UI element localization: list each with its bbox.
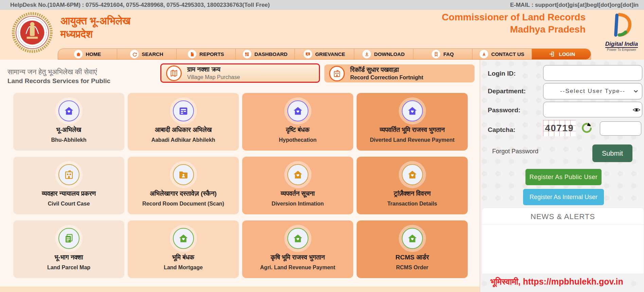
services-heading-hindi: सामान्य जन हेतु भूअभिलेख की सेवाएं (7, 68, 110, 76)
card-title-hindi: भू-अभिलेख (56, 126, 81, 134)
nav-item-grievance[interactable]: GRIEVANCE (295, 49, 354, 59)
chevron-down-icon (633, 89, 639, 94)
map-icon (166, 65, 182, 81)
building-icon (329, 66, 345, 81)
card-title-english: Aabadi Adhikar Abhilekh (151, 137, 215, 143)
grid-icon (243, 50, 251, 58)
site-title-line1: आयुक्त भू-अभिलेख (60, 15, 130, 28)
footer-strip (0, 287, 480, 292)
card-title-hindi: व्यवहार न्यायालय प्रकरण (42, 190, 96, 197)
service-card-hypothecation[interactable]: दृष्टि बंधक Hypothecation (242, 93, 353, 151)
news-ticker-link[interactable]: भूमिस्वामी, https://mpbhulekh.gov.in (490, 277, 623, 287)
nav-item-reports[interactable]: REPORTS (177, 49, 236, 59)
digital-india-text: Digital India (605, 41, 638, 48)
department-label: Department: (488, 87, 526, 95)
department-selected-value: --Select User Type-- (560, 88, 625, 95)
site-title-hindi: आयुक्त भू-अभिलेख मध्यप्रदेश (60, 15, 130, 41)
bank-icon (58, 164, 79, 185)
service-card-land-mortgage[interactable]: भूमि बंधक Land Mortgage (128, 220, 239, 278)
home-icon (402, 100, 423, 121)
register-public-user-button[interactable]: Register As Public User (525, 169, 602, 185)
download-icon (362, 50, 371, 58)
services-section: सामान्य जन हेतु भूअभिलेख की सेवाएं Land … (0, 60, 480, 292)
forgot-password-link[interactable]: Forgot Password (492, 148, 538, 155)
nav-item-contact-us[interactable]: CONTACT US (472, 49, 532, 59)
nav-item-login[interactable]: LOGIN (532, 49, 591, 59)
service-card-land-parcel-map[interactable]: भू-भाग नक्शा Land Parcel Map (13, 220, 124, 278)
service-card-diverted-land-revenue-payment[interactable]: व्यपवर्तित भूमि राजस्व भुगतान Diverted L… (357, 93, 468, 151)
login-id-input[interactable] (543, 65, 642, 81)
home-icon (287, 100, 308, 121)
card-title-hindi: व्यपवर्तित भूमि राजस्व भुगतान (380, 126, 445, 134)
topbar: HelpDesk No.(10AM-6PM) : 0755-4291604, 0… (0, 0, 644, 10)
card-title-english: Land Mortgage (164, 265, 203, 271)
home-icon (173, 228, 194, 249)
service-card-agri-land-revenue-payment[interactable]: कृषि भूमि राजस्व भुगतान Agri. Land Reven… (242, 220, 353, 278)
home-icon (74, 50, 83, 58)
card-title-hindi: RCMS आर्डर (395, 254, 429, 261)
service-card-record-room-document-scan[interactable]: अभिलेखागार दस्तावेज़ (स्कैन) Record Room… (128, 157, 239, 214)
login-id-label: Login ID: (488, 70, 516, 77)
nav-item-faq[interactable]: FAQ (413, 49, 472, 59)
news-alerts-panel: NEWS & ALERTS (482, 208, 644, 274)
card-title-hindi: दृष्टि बंधक (286, 126, 309, 134)
calendar-icon (173, 100, 194, 121)
file-icon (188, 50, 196, 58)
card-title-english: Land Parcel Map (47, 265, 90, 271)
password-label: Password: (488, 106, 520, 114)
nav-label: FAQ (443, 51, 454, 57)
digital-india-tagline: Power To Empower (600, 48, 643, 52)
banner-title-hindi: ग्राम नक्शा क्रय (187, 66, 240, 73)
banner-title-english: Record Correction Fortnight (350, 75, 423, 81)
email-text: E-MAIL : support[dot]gis[at]begl[dot]org… (510, 2, 639, 8)
service-card-rcms-order[interactable]: RCMS आर्डर RCMS Order (357, 220, 468, 278)
service-card-bhu-abhilekh[interactable]: भू-अभिलेख Bhu-Abhilekh (13, 93, 124, 151)
register-internal-user-button[interactable]: Register As Internal User (523, 189, 604, 205)
banner-village-map-purchase[interactable]: ग्राम नक्शा क्रय Village Map Purchase (160, 63, 320, 83)
service-card-civil-court-case[interactable]: व्यवहार न्यायालय प्रकरण Civil Court Case (13, 157, 124, 214)
digital-india-logo: Digital India Power To Empower (600, 11, 643, 52)
card-title-english: Bhu-Abhilekh (51, 137, 87, 143)
captcha-input[interactable] (600, 121, 641, 136)
card-title-english: Civil Court Case (48, 201, 90, 207)
service-card-diversion-intimation[interactable]: व्यपवर्तन सूचना Diversion Intimation (242, 157, 353, 214)
captcha-label: Captcha: (488, 126, 515, 134)
nav-item-dashboard[interactable]: DASHBOARD (236, 49, 295, 59)
banner-record-correction-fortnight[interactable]: रिकॉर्ड सुधार पखवाड़ा Record Correction … (324, 64, 475, 82)
login-arrow-icon (548, 50, 556, 58)
nav-label: GRIEVANCE (315, 51, 345, 57)
nav-label: SEARCH (142, 51, 163, 57)
bookmark-question-icon (432, 50, 440, 58)
mp-government-emblem (12, 12, 53, 53)
services-heading-english: Land Records Services for Public (7, 77, 110, 85)
nav-label: REPORTS (199, 51, 224, 57)
captcha-image: 40719 (543, 120, 576, 136)
password-input[interactable] (543, 102, 642, 117)
helpdesk-text: HelpDesk No.(10AM-6PM) : 0755-4291604, 0… (10, 2, 270, 8)
home-icon (58, 100, 79, 121)
department-select[interactable]: --Select User Type-- (543, 83, 642, 99)
card-title-english: Agri. Land Revenue Payment (260, 265, 335, 271)
login-panel: Login ID: Department: --Select User Type… (480, 60, 644, 292)
nav-label: DOWNLOAD (374, 51, 405, 57)
home-icon (287, 164, 308, 185)
nav-item-search[interactable]: SEARCH (117, 49, 176, 59)
service-card-aabadi-adhikar-abhilekh[interactable]: आबादी अधिकार अभिलेख Aabadi Adhikar Abhil… (128, 93, 239, 151)
banner-title-english: Village Map Purchase (187, 74, 240, 80)
services-grid: भू-अभिलेख Bhu-Abhilekh आबादी अधिकार अभिल… (13, 93, 468, 278)
captcha-refresh-icon[interactable] (581, 122, 593, 134)
nav-label: HOME (86, 51, 101, 57)
folder-user-icon (173, 164, 194, 185)
card-title-hindi: आबादी अधिकार अभिलेख (155, 126, 212, 134)
service-card-transaction-details[interactable]: ट्रांज़ैक्शन विवरण Transaction Details (357, 157, 468, 214)
nav-label: LOGIN (559, 51, 575, 57)
nav-item-download[interactable]: DOWNLOAD (354, 49, 413, 59)
submit-button[interactable]: Submit (592, 144, 632, 162)
card-title-hindi: व्यपवर्तन सूचना (281, 190, 315, 197)
eye-icon[interactable] (632, 106, 641, 114)
card-title-english: RCMS Order (396, 265, 428, 271)
main-navigation: HOME SEARCH REPORTS DASHBOARD GRIEVANCE … (58, 48, 591, 60)
chat-icon (304, 50, 312, 58)
nav-label: DASHBOARD (254, 51, 288, 57)
nav-item-home[interactable]: HOME (58, 49, 117, 59)
